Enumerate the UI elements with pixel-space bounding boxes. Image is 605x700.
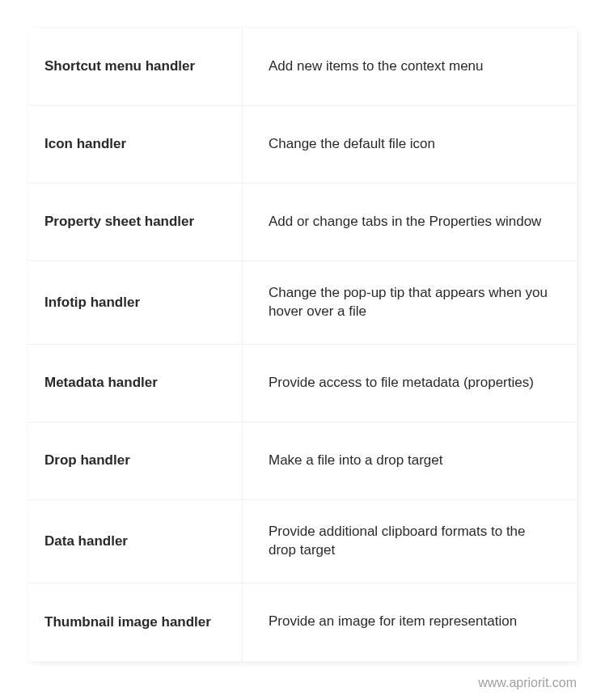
handler-description: Add new items to the context menu xyxy=(269,57,484,76)
handler-desc-cell: Provide access to file metadata (propert… xyxy=(243,345,577,422)
handler-description: Provide access to file metadata (propert… xyxy=(269,374,534,392)
handler-name: Property sheet handler xyxy=(44,213,194,231)
handlers-table: Shortcut menu handler Add new items to t… xyxy=(28,28,577,661)
handler-description: Change the pop-up tip that appears when … xyxy=(269,284,551,321)
table-row: Icon handler Change the default file ico… xyxy=(28,106,577,184)
handler-name: Drop handler xyxy=(44,452,130,469)
handler-name: Thumbnail image handler xyxy=(44,613,211,631)
handler-name-cell: Shortcut menu handler xyxy=(28,28,243,105)
handler-desc-cell: Change the pop-up tip that appears when … xyxy=(243,261,577,344)
handler-description: Provide additional clipboard formats to … xyxy=(269,523,551,560)
table-row: Drop handler Make a file into a drop tar… xyxy=(28,422,577,500)
table-row: Metadata handler Provide access to file … xyxy=(28,345,577,422)
handler-name: Data handler xyxy=(44,532,128,550)
handler-name-cell: Property sheet handler xyxy=(28,184,243,261)
table-row: Data handler Provide additional clipboar… xyxy=(28,500,577,583)
handler-desc-cell: Add or change tabs in the Properties win… xyxy=(243,184,577,261)
handler-description: Provide an image for item representation xyxy=(269,613,517,631)
footer-source: www.apriorit.com xyxy=(28,661,577,690)
handler-name-cell: Thumbnail image handler xyxy=(28,583,243,661)
handler-description: Make a file into a drop target xyxy=(269,452,442,470)
handler-desc-cell: Provide an image for item representation xyxy=(243,583,577,661)
table-row: Infotip handler Change the pop-up tip th… xyxy=(28,261,577,345)
handler-desc-cell: Provide additional clipboard formats to … xyxy=(243,500,577,583)
table-row: Shortcut menu handler Add new items to t… xyxy=(28,28,577,106)
handler-desc-cell: Change the default file icon xyxy=(243,106,577,183)
handler-name: Metadata handler xyxy=(44,374,158,392)
handler-description: Add or change tabs in the Properties win… xyxy=(269,213,541,231)
handler-name: Infotip handler xyxy=(44,294,140,312)
handler-desc-cell: Make a file into a drop target xyxy=(243,422,577,499)
handler-name: Icon handler xyxy=(44,135,126,153)
handler-name-cell: Icon handler xyxy=(28,106,243,183)
handler-desc-cell: Add new items to the context menu xyxy=(243,28,577,105)
handler-name-cell: Data handler xyxy=(28,500,243,583)
source-url: www.apriorit.com xyxy=(478,676,577,689)
handler-description: Change the default file icon xyxy=(269,135,435,154)
handler-name-cell: Infotip handler xyxy=(28,261,243,344)
handler-name-cell: Metadata handler xyxy=(28,345,243,422)
table-row: Thumbnail image handler Provide an image… xyxy=(28,583,577,661)
table-row: Property sheet handler Add or change tab… xyxy=(28,184,577,261)
handler-name-cell: Drop handler xyxy=(28,422,243,499)
handler-name: Shortcut menu handler xyxy=(44,57,195,75)
